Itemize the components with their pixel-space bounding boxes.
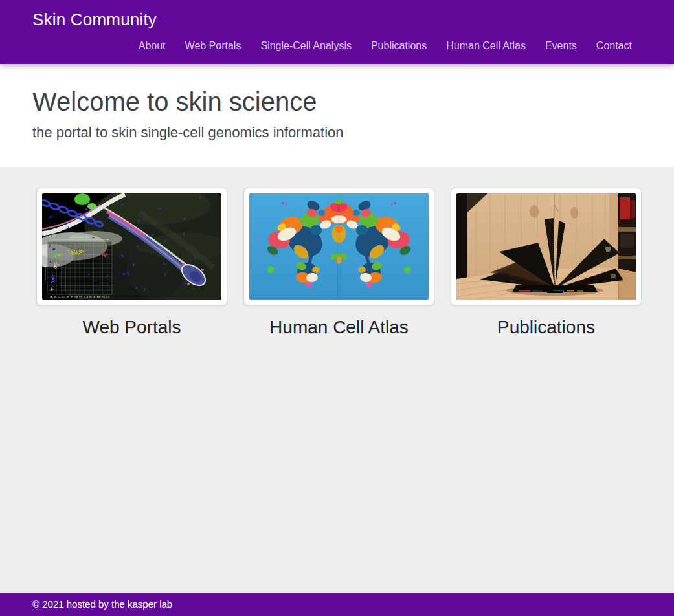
cards-row: Differentiation axis A B C D E F G H I J…	[36, 188, 674, 338]
skin-microscopy-image: Differentiation axis A B C D E F G H I J…	[42, 193, 221, 300]
hero-subtitle: the portal to skin single-cell genomics …	[32, 124, 642, 142]
human-cell-atlas-card-link[interactable]	[243, 188, 434, 305]
brand-title[interactable]: Skin Community	[32, 10, 157, 30]
nav-item-about[interactable]: About	[129, 39, 175, 53]
paint-blot-image	[249, 193, 429, 300]
copyright-text: © 2021 hosted by the kasper lab	[32, 599, 172, 610]
hero-section: Welcome to skin science the portal to sk…	[0, 64, 674, 167]
nav-item-events[interactable]: Events	[535, 39, 587, 53]
open-book-image	[456, 193, 636, 300]
main-nav: About Web Portals Single-Cell Analysis P…	[129, 39, 642, 53]
nav-item-publications[interactable]: Publications	[361, 39, 436, 53]
inset-axis-label: Differentiation axis	[71, 236, 89, 239]
footer: © 2021 hosted by the kasper lab	[0, 593, 674, 616]
web-portals-card: Differentiation axis A B C D E F G H I J…	[36, 188, 227, 338]
inset-x-axis-letters: A B C D E F G H I J K L M N O	[50, 296, 109, 298]
nav-item-human-cell-atlas[interactable]: Human Cell Atlas	[436, 39, 535, 53]
web-portals-card-link[interactable]: Differentiation axis A B C D E F G H I J…	[36, 188, 227, 305]
publications-card: Publications	[451, 188, 642, 338]
hero-title: Welcome to skin science	[32, 86, 642, 117]
human-cell-atlas-card-title: Human Cell Atlas	[243, 317, 434, 338]
publications-card-title: Publications	[451, 317, 642, 338]
nav-item-contact[interactable]: Contact	[587, 39, 642, 53]
nav-item-web-portals[interactable]: Web Portals	[175, 39, 251, 53]
header: Skin Community About Web Portals Single-…	[0, 0, 674, 64]
web-portals-card-title: Web Portals	[36, 317, 227, 338]
human-cell-atlas-card: Human Cell Atlas	[243, 188, 434, 338]
page: Skin Community About Web Portals Single-…	[0, 0, 674, 616]
content-area: Differentiation axis A B C D E F G H I J…	[0, 167, 674, 593]
publications-card-link[interactable]	[451, 188, 642, 305]
nav-item-single-cell-analysis[interactable]: Single-Cell Analysis	[251, 39, 361, 53]
